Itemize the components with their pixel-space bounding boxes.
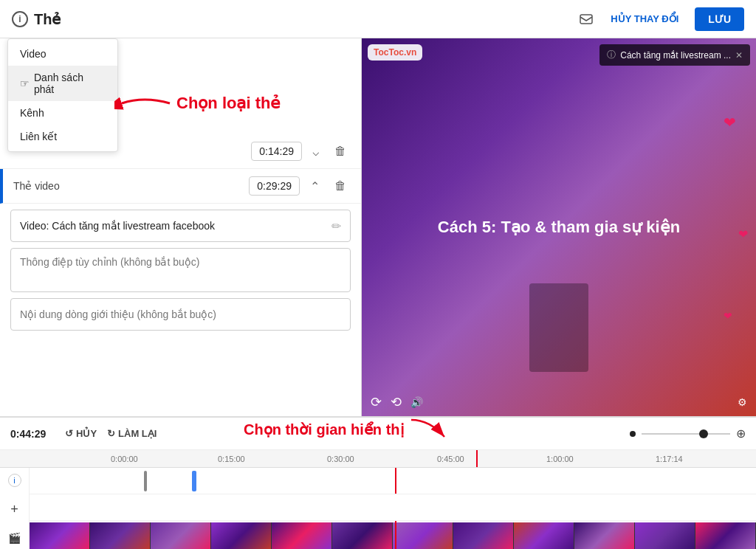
info-track-icon[interactable]: i — [8, 474, 21, 487]
timeline-ruler: 0:00:00 0:15:00 0:30:00 0:45:00 1:00:00 … — [0, 450, 756, 468]
video-container: Cách 5: Tạo & tham gia sự kiện ❤ ❤ ❤ Toc… — [362, 38, 756, 416]
volume-icon[interactable]: 🔊 — [410, 396, 423, 408]
row2-chevron-up[interactable]: ⌃ — [306, 178, 324, 195]
text-fields-area: Video: Cách tăng mắt livestream facebook… — [0, 204, 361, 342]
undo-button[interactable]: ↺ HỦY — [65, 428, 97, 439]
track-row-add — [30, 494, 756, 521]
video-thumb-8 — [453, 522, 514, 549]
custom-message-field[interactable] — [10, 248, 351, 292]
cursor-icon: ☞ — [20, 77, 30, 89]
arrow-down-right-icon — [408, 416, 452, 443]
video-thumb-5 — [272, 522, 332, 549]
marker-3: 0:45:00 — [437, 455, 464, 463]
marker-2: 0:30:00 — [327, 455, 354, 463]
video-thumb-7 — [393, 522, 453, 549]
dropdown-item-video[interactable]: Video — [8, 42, 117, 66]
dropdown-item-channel[interactable]: Kênh — [8, 101, 117, 125]
video-title-field[interactable]: Video: Cách tăng mắt livestream facebook… — [10, 210, 351, 242]
card-info-text: Cách tăng mắt livestream ... — [620, 50, 731, 61]
add-track-row: i — [8, 474, 21, 487]
custom-message-input[interactable] — [20, 256, 341, 280]
presenter-area — [529, 283, 588, 372]
cancel-button[interactable]: HỦY THAY ĐỔI — [602, 7, 687, 30]
zoom-in-button[interactable]: ⊕ — [736, 427, 746, 441]
marker-0: 0:00:00 — [111, 455, 138, 463]
intro-content-field[interactable] — [10, 298, 351, 331]
main-area: Video ☞ Danh sách phát Kênh Liên kết — [0, 38, 756, 416]
playhead[interactable] — [476, 450, 478, 467]
fast-forward-icon[interactable]: ⟲ — [391, 394, 402, 410]
zoom-handle[interactable] — [699, 429, 708, 438]
row1-time[interactable]: 0:14:29 — [251, 142, 302, 161]
track-row-markers — [30, 468, 756, 494]
row1-chevron-down[interactable]: ⌵ — [308, 143, 324, 160]
annotation-card-text: Chọn loại thẻ — [176, 94, 281, 113]
settings-icon[interactable]: ⚙ — [738, 396, 747, 408]
add-button-row: + — [10, 502, 18, 517]
video-thumb-2 — [90, 522, 151, 549]
timeline-controls: 0:44:29 ↺ HỦY ↻ LÀM LẠI Chọn thời gian h… — [0, 418, 756, 450]
row1-delete-icon[interactable]: 🗑 — [330, 143, 351, 159]
video-thumb-1 — [30, 522, 90, 549]
video-thumb-3 — [151, 522, 211, 549]
video-background: Cách 5: Tạo & tham gia sự kiện ❤ ❤ ❤ — [362, 38, 756, 416]
video-thumb-10 — [574, 522, 635, 549]
blue-marker — [192, 471, 196, 491]
video-thumb-4 — [211, 522, 272, 549]
annotation-time-text: Chọn thời gian hiển thị — [244, 421, 405, 438]
marker-5: 1:17:14 — [656, 455, 683, 463]
gray-marker — [144, 471, 147, 491]
video-info-card: ⓘ Cách tăng mắt livestream ... ✕ — [599, 44, 750, 66]
left-panel: Video ☞ Danh sách phát Kênh Liên kết — [0, 38, 362, 416]
video-thumb-11 — [635, 522, 695, 549]
heart-icon-1: ❤ — [724, 114, 736, 131]
page-title: Thẻ — [34, 10, 61, 28]
video-thumb-9 — [514, 522, 574, 549]
video-track — [30, 521, 756, 549]
svg-rect-0 — [580, 15, 592, 24]
bottom-timeline: 0:44:29 ↺ HỦY ↻ LÀM LẠI Chọn thời gian h… — [0, 416, 756, 549]
intro-content-input[interactable] — [20, 308, 341, 320]
heart-icon-2: ❤ — [738, 227, 748, 241]
row2-delete-icon[interactable]: 🗑 — [330, 178, 351, 194]
card-row-2: Thẻ video 0:29:29 ⌃ 🗑 — [0, 169, 361, 204]
timeline-tracks: i + 🎬 🎵 — [0, 468, 756, 549]
video-top-bar: TocToc.vn ⓘ Cách tăng mắt livestream ...… — [362, 44, 756, 66]
type-dropdown-menu[interactable]: Video ☞ Danh sách phát Kênh Liên kết — [7, 38, 118, 152]
video-track-icon: 🎬 — [8, 532, 21, 544]
card-info-icon: ⓘ — [607, 49, 616, 61]
redo-label: LÀM LẠI — [118, 428, 157, 439]
header-left: i Thẻ — [12, 10, 61, 28]
annotation-card-type: Chọn loại thẻ — [114, 89, 281, 118]
notification-icon[interactable] — [578, 11, 594, 27]
row2-time[interactable]: 0:29:29 — [249, 176, 300, 196]
playhead-track-line — [395, 468, 396, 494]
row2-right: 0:29:29 ⌃ 🗑 — [249, 176, 351, 196]
arrow-left-icon — [114, 89, 173, 118]
undo-icon: ↺ — [65, 428, 73, 439]
zoom-slider[interactable] — [642, 433, 730, 435]
redo-button[interactable]: ↻ LÀM LẠI — [107, 428, 157, 439]
row1-right: 0:14:29 ⌵ 🗑 — [251, 142, 351, 161]
edit-icon[interactable]: ✏ — [331, 219, 341, 233]
header: i Thẻ HỦY THAY ĐỔI LƯU — [0, 0, 756, 38]
rewind-icon[interactable]: ⟳ — [371, 394, 382, 410]
card-close-icon[interactable]: ✕ — [735, 50, 743, 61]
add-icon[interactable]: + — [10, 502, 18, 517]
video-controls: ⟳ ⟲ 🔊 ⚙ — [362, 394, 756, 410]
redo-icon: ↻ — [107, 428, 115, 439]
header-right: HỦY THAY ĐỔI LƯU — [578, 7, 744, 31]
video-strip — [30, 522, 756, 549]
video-panel: Cách 5: Tạo & tham gia sự kiện ❤ ❤ ❤ Toc… — [362, 38, 756, 416]
save-button[interactable]: LƯU — [695, 7, 744, 31]
marker-4: 1:00:00 — [546, 455, 574, 463]
dropdown-item-link[interactable]: Liên kết — [8, 125, 117, 148]
video-thumb-6 — [332, 522, 393, 549]
video-logo: TocToc.vn — [368, 44, 422, 61]
row2-label: Thẻ video — [13, 180, 60, 192]
marker-1: 0:15:00 — [218, 455, 245, 463]
video-thumb-12 — [695, 522, 756, 549]
dropdown-item-playlist[interactable]: ☞ Danh sách phát — [8, 66, 117, 101]
tracks-area — [30, 468, 756, 549]
video-title-value: Video: Cách tăng mắt livestream facebook — [20, 220, 215, 232]
